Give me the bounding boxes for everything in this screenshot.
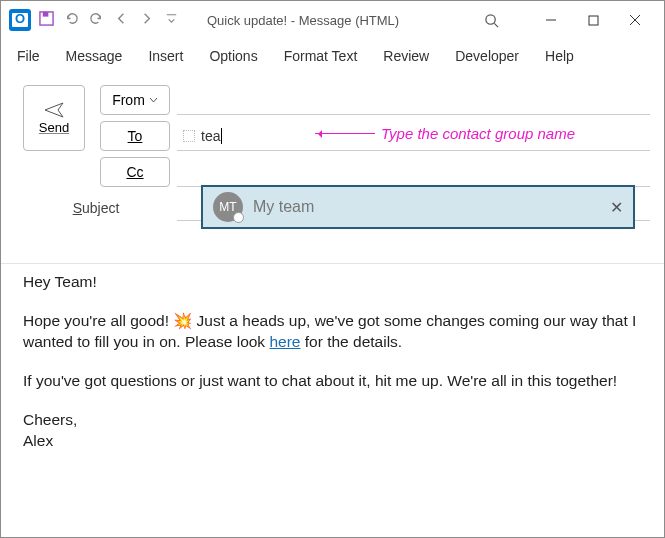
back-icon[interactable] [114,11,129,29]
titlebar: Quick update! - Message (HTML) [1,1,664,39]
svg-rect-5 [589,16,598,25]
menu-help[interactable]: Help [545,48,574,64]
menu-file[interactable]: File [17,48,40,64]
subject-label: Subject [15,200,177,216]
menu-format-text[interactable]: Format Text [284,48,358,64]
annotation: Type the contact group name [315,125,575,142]
redo-icon[interactable] [89,11,104,29]
search-icon[interactable] [470,5,512,35]
save-icon[interactable] [39,11,54,29]
send-icon [44,102,64,118]
menu-review[interactable]: Review [383,48,429,64]
expand-icon [183,130,195,142]
chevron-down-icon [149,97,158,103]
cc-button[interactable]: Cc [100,157,170,187]
window-title: Quick update! - Message (HTML) [207,13,462,28]
body-greeting: Hey Team! [23,272,642,293]
autocomplete-suggestion[interactable]: MT My team ✕ [201,185,635,229]
body-paragraph-2: If you've got questions or just want to … [23,371,642,392]
menu-message[interactable]: Message [66,48,123,64]
body-paragraph-1: Hope you're all good! 💥 Just a heads up,… [23,311,642,353]
send-button[interactable]: Send [23,85,85,151]
close-icon[interactable]: ✕ [610,198,623,217]
arrow-icon [315,133,375,134]
menu-options[interactable]: Options [209,48,257,64]
close-button[interactable] [614,5,656,35]
cc-field[interactable] [177,157,650,187]
message-body[interactable]: Hey Team! Hope you're all good! 💥 Just a… [1,263,664,537]
svg-point-2 [485,14,494,23]
to-button[interactable]: To [100,121,170,151]
suggestion-name: My team [253,198,600,216]
quick-access-toolbar [39,11,179,29]
to-input-value: tea [201,128,222,144]
undo-icon[interactable] [64,11,79,29]
menu-insert[interactable]: Insert [148,48,183,64]
maximize-button[interactable] [572,5,614,35]
qat-dropdown-icon[interactable] [164,11,179,29]
minimize-button[interactable] [530,5,572,35]
forward-icon[interactable] [139,11,154,29]
menu-developer[interactable]: Developer [455,48,519,64]
from-field[interactable] [177,85,650,115]
svg-line-3 [494,23,498,27]
svg-rect-1 [43,12,49,17]
from-button[interactable]: From [100,85,170,115]
outlook-icon [9,9,31,31]
body-link[interactable]: here [269,333,300,350]
menubar: File Message Insert Options Format Text … [1,39,664,73]
avatar: MT [213,192,243,222]
body-signature: Cheers,Alex [23,410,642,452]
